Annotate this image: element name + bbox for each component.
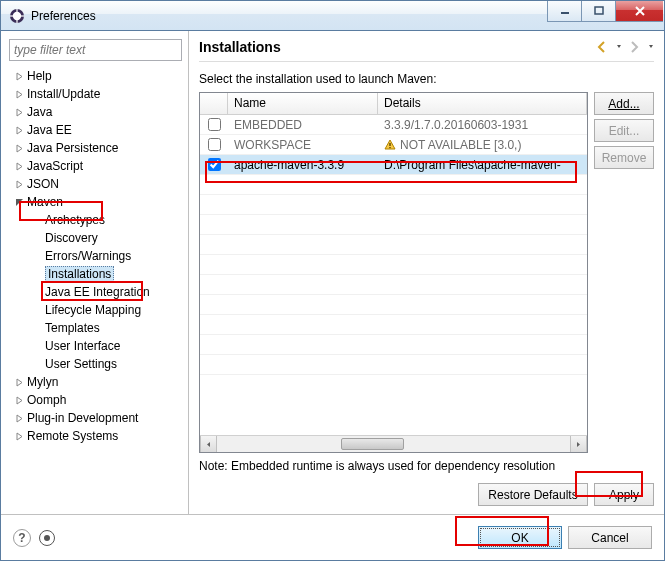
help-icon[interactable]: ? xyxy=(13,529,31,547)
row-details: NOT AVAILABLE [3.0,) xyxy=(378,138,587,152)
tree-item-label: Java Persistence xyxy=(27,141,118,155)
footer: ? OK Cancel xyxy=(1,514,664,560)
page-description: Select the installation used to launch M… xyxy=(199,72,654,86)
preferences-tree[interactable]: HelpInstall/UpdateJavaJava EEJava Persis… xyxy=(7,65,188,514)
table-row[interactable]: EMBEDDED3.3.9/1.7.0.20160603-1931 xyxy=(200,115,587,135)
table-row-empty xyxy=(200,295,587,315)
tree-item-label: Install/Update xyxy=(27,87,100,101)
tree-item-oomph[interactable]: Oomph xyxy=(7,391,188,409)
back-menu-icon[interactable] xyxy=(616,41,622,53)
ok-button[interactable]: OK xyxy=(478,526,562,549)
back-icon[interactable] xyxy=(596,41,610,53)
forward-menu-icon[interactable] xyxy=(648,41,654,53)
tree-item-remote-systems[interactable]: Remote Systems xyxy=(7,427,188,445)
horizontal-scrollbar[interactable] xyxy=(200,435,587,452)
tree-item-label: JavaScript xyxy=(27,159,83,173)
tree-item-label: User Settings xyxy=(45,357,117,371)
note-text: Note: Embedded runtime is always used fo… xyxy=(199,459,654,473)
tree-item-user-interface[interactable]: User Interface xyxy=(7,337,188,355)
table-row[interactable]: WORKSPACENOT AVAILABLE [3.0,) xyxy=(200,135,587,155)
expand-icon[interactable] xyxy=(13,394,25,406)
tree-item-java-ee[interactable]: Java EE xyxy=(7,121,188,139)
table-row[interactable]: apache-maven-3.3.9D:\Program Files\apach… xyxy=(200,155,587,175)
restore-defaults-button[interactable]: Restore Defaults xyxy=(478,483,588,506)
tree-item-errors-warnings[interactable]: Errors/Warnings xyxy=(7,247,188,265)
tree-item-install-update[interactable]: Install/Update xyxy=(7,85,188,103)
expand-icon[interactable] xyxy=(13,412,25,424)
edit-button[interactable]: Edit... xyxy=(594,119,654,142)
installations-table: Name Details EMBEDDED3.3.9/1.7.0.2016060… xyxy=(199,92,588,453)
svg-rect-5 xyxy=(595,7,603,14)
tree-item-label: Installations xyxy=(45,266,114,282)
svg-rect-7 xyxy=(389,147,390,148)
expand-icon[interactable] xyxy=(13,142,25,154)
tree-item-installations[interactable]: Installations xyxy=(7,265,188,283)
maximize-button[interactable] xyxy=(581,1,615,22)
table-row-empty xyxy=(200,175,587,195)
row-checkbox[interactable] xyxy=(208,158,221,171)
column-name[interactable]: Name xyxy=(228,93,378,114)
minimize-button[interactable] xyxy=(547,1,581,22)
apply-button[interactable]: Apply xyxy=(594,483,654,506)
filter-input[interactable] xyxy=(9,39,182,61)
tree-item-discovery[interactable]: Discovery xyxy=(7,229,188,247)
row-name: WORKSPACE xyxy=(228,138,378,152)
expand-icon[interactable] xyxy=(13,178,25,190)
tree-item-json[interactable]: JSON xyxy=(7,175,188,193)
row-details: D:\Program Files\apache-maven- xyxy=(378,158,587,172)
table-row-empty xyxy=(200,255,587,275)
row-checkbox[interactable] xyxy=(208,118,221,131)
add-button[interactable]: Add... xyxy=(594,92,654,115)
tree-item-label: JSON xyxy=(27,177,59,191)
row-checkbox[interactable] xyxy=(208,138,221,151)
tree-item-mylyn[interactable]: Mylyn xyxy=(7,373,188,391)
remove-button[interactable]: Remove xyxy=(594,146,654,169)
cancel-button[interactable]: Cancel xyxy=(568,526,652,549)
column-details[interactable]: Details xyxy=(378,93,587,114)
tree-item-help[interactable]: Help xyxy=(7,67,188,85)
expand-icon[interactable] xyxy=(13,376,25,388)
table-row-empty xyxy=(200,335,587,355)
page-title: Installations xyxy=(199,39,596,55)
expand-icon[interactable] xyxy=(13,106,25,118)
tree-item-label: Remote Systems xyxy=(27,429,118,443)
left-pane: HelpInstall/UpdateJavaJava EEJava Persis… xyxy=(1,31,189,514)
tree-item-label: Discovery xyxy=(45,231,98,245)
oomph-icon[interactable] xyxy=(39,530,55,546)
right-pane: Installations Select the installation us… xyxy=(189,31,664,514)
table-row-empty xyxy=(200,355,587,375)
expand-icon[interactable] xyxy=(13,430,25,442)
collapse-icon[interactable] xyxy=(13,196,25,208)
table-row-empty xyxy=(200,275,587,295)
app-icon xyxy=(9,8,25,24)
expand-icon[interactable] xyxy=(13,124,25,136)
table-row-empty xyxy=(200,235,587,255)
tree-item-javascript[interactable]: JavaScript xyxy=(7,157,188,175)
expand-icon[interactable] xyxy=(13,160,25,172)
table-row-empty xyxy=(200,315,587,335)
tree-item-templates[interactable]: Templates xyxy=(7,319,188,337)
tree-item-java-ee-integration[interactable]: Java EE Integration xyxy=(7,283,188,301)
tree-item-label: Oomph xyxy=(27,393,66,407)
table-row-empty xyxy=(200,215,587,235)
expand-icon[interactable] xyxy=(13,88,25,100)
close-button[interactable] xyxy=(615,1,663,22)
tree-item-label: Plug-in Development xyxy=(27,411,138,425)
tree-item-label: Errors/Warnings xyxy=(45,249,131,263)
expand-icon[interactable] xyxy=(13,70,25,82)
window-title: Preferences xyxy=(31,9,547,23)
tree-item-archetypes[interactable]: Archetypes xyxy=(7,211,188,229)
tree-item-label: Java xyxy=(27,105,52,119)
tree-item-maven[interactable]: Maven xyxy=(7,193,188,211)
tree-item-label: Java EE Integration xyxy=(45,285,150,299)
tree-item-plug-in-development[interactable]: Plug-in Development xyxy=(7,409,188,427)
tree-item-user-settings[interactable]: User Settings xyxy=(7,355,188,373)
tree-item-lifecycle-mapping[interactable]: Lifecycle Mapping xyxy=(7,301,188,319)
tree-item-label: Lifecycle Mapping xyxy=(45,303,141,317)
warning-icon xyxy=(384,139,396,151)
forward-icon[interactable] xyxy=(628,41,642,53)
tree-item-java-persistence[interactable]: Java Persistence xyxy=(7,139,188,157)
tree-item-java[interactable]: Java xyxy=(7,103,188,121)
column-check[interactable] xyxy=(200,93,228,114)
row-details: 3.3.9/1.7.0.20160603-1931 xyxy=(378,118,587,132)
